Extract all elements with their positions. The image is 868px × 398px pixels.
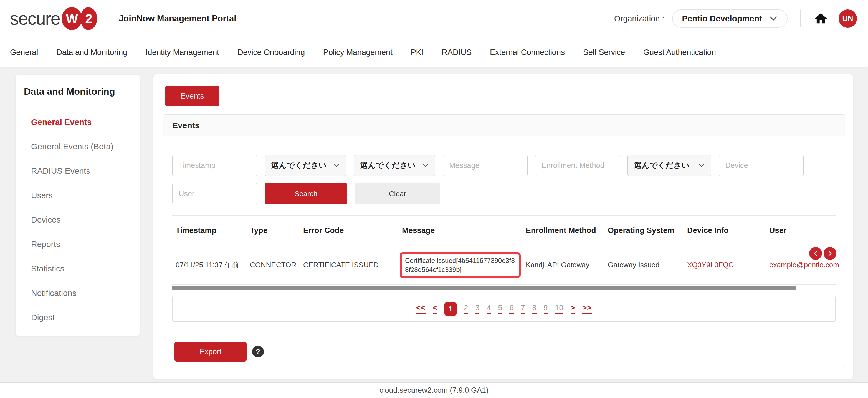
cell-message: Certificate issued[4b5411677390e3f88f28d…	[399, 252, 522, 278]
search-button[interactable]: Search	[265, 183, 347, 204]
pagination-next[interactable]: >	[570, 304, 575, 314]
nav-item-general[interactable]: General	[10, 48, 38, 57]
cell-error-code: CERTIFICATE ISSUED	[300, 261, 399, 269]
nav-item-self-service[interactable]: Self Service	[583, 48, 625, 57]
nav-item-radius[interactable]: RADIUS	[442, 48, 472, 57]
user-filter-input[interactable]	[172, 183, 257, 204]
logo-wordmark: secure	[10, 10, 60, 28]
message-highlight-box: Certificate issued[4b5411677390e3f88f28d…	[400, 252, 521, 278]
table-row: 07/11/25 11:37 午前CONNECTORCERTIFICATE IS…	[172, 245, 836, 285]
device-info-link[interactable]: XQ3Y9L0FQG	[687, 261, 762, 269]
enrollment-method-filter-input[interactable]	[535, 155, 620, 176]
events-panel-title: Events	[172, 121, 199, 130]
chevron-down-icon	[422, 163, 429, 167]
export-row: Export ?	[172, 342, 836, 362]
column-header-message: Message	[399, 226, 522, 235]
pagination-prev[interactable]: <	[433, 304, 437, 314]
chevron-down-icon	[333, 163, 340, 167]
events-table: TimestampTypeError CodeMessageEnrollment…	[172, 215, 836, 285]
table-scroll-buttons	[809, 247, 836, 260]
sidebar-separator	[24, 106, 131, 106]
cell-timestamp: 07/11/25 11:37 午前	[172, 260, 247, 270]
nav-item-policy-management[interactable]: Policy Management	[323, 48, 393, 57]
avatar[interactable]: UN	[839, 9, 857, 28]
organization-label: Organization :	[614, 14, 664, 23]
table-body: 07/11/25 11:37 午前CONNECTORCERTIFICATE IS…	[172, 245, 836, 285]
table-header-row: TimestampTypeError CodeMessageEnrollment…	[172, 216, 836, 245]
sidebar-item-digest[interactable]: Digest	[16, 305, 140, 330]
column-header-device-info: Device Info	[684, 226, 766, 235]
nav-item-guest-authentication[interactable]: Guest Authentication	[643, 48, 716, 57]
pagination-page-7[interactable]: 7	[521, 304, 525, 314]
pagination-page-4[interactable]: 4	[487, 304, 491, 314]
pagination: <<<12345678910>>>	[172, 296, 836, 322]
events-tab-button[interactable]: Events	[165, 86, 219, 106]
message-filter-input[interactable]	[443, 155, 528, 176]
message-text: Certificate issued[4b5411677390e3f88f28d…	[405, 256, 516, 274]
portal-title: JoinNow Management Portal	[119, 13, 236, 24]
chevron-down-icon	[769, 16, 778, 21]
operating-system-filter-select[interactable]: 選んでください	[627, 155, 711, 176]
column-header-timestamp: Timestamp	[172, 226, 247, 235]
pagination-first[interactable]: <<	[416, 304, 426, 314]
clear-button[interactable]: Clear	[355, 183, 440, 204]
content-area: Data and Monitoring General EventsGenera…	[0, 67, 868, 382]
os-select-value: 選んでください	[634, 160, 689, 171]
export-button[interactable]: Export	[175, 342, 247, 362]
scroll-right-button[interactable]	[824, 247, 836, 260]
help-icon[interactable]: ?	[252, 346, 264, 358]
cell-enrollment-method: Kandji API Gateway	[522, 261, 604, 269]
organization-select[interactable]: Pentio Development	[672, 9, 787, 28]
pagination-page-8[interactable]: 8	[532, 304, 536, 314]
header-divider	[107, 10, 108, 27]
horizontal-scrollbar-track	[172, 286, 836, 290]
sidebar-item-devices[interactable]: Devices	[16, 208, 140, 232]
nav-item-data-and-monitoring[interactable]: Data and Monitoring	[56, 48, 127, 57]
cell-device-info: XQ3Y9L0FQG	[684, 261, 766, 269]
nav-item-pki[interactable]: PKI	[410, 48, 423, 57]
pagination-last[interactable]: >>	[582, 304, 592, 314]
events-panel-header: Events	[163, 115, 845, 136]
pagination-page-10[interactable]: 10	[555, 304, 563, 314]
pagination-page-6[interactable]: 6	[509, 304, 514, 314]
type-filter-select[interactable]: 選んでください	[265, 155, 346, 176]
chevron-left-icon	[813, 250, 818, 257]
sidebar-item-statistics[interactable]: Statistics	[16, 256, 140, 281]
main-card: Events Events 選んでください 選んでください	[153, 74, 853, 379]
pagination-page-3[interactable]: 3	[475, 304, 479, 314]
header-divider	[800, 10, 801, 28]
securew2-logo[interactable]: secure W 2	[10, 7, 97, 30]
timestamp-filter-input[interactable]	[172, 155, 257, 176]
device-filter-input[interactable]	[719, 155, 804, 176]
column-header-operating-system: Operating System	[604, 226, 684, 235]
filters-row-1: 選んでください 選んでください 選んでください	[172, 155, 836, 176]
filters-row-2: Search Clear	[172, 183, 836, 204]
scroll-left-button[interactable]	[809, 247, 822, 260]
sidebar-item-notifications[interactable]: Notifications	[16, 281, 140, 305]
user-email-link[interactable]: example@pentio.com	[769, 261, 831, 269]
pagination-page-2[interactable]: 2	[464, 304, 468, 314]
column-header-error-code: Error Code	[300, 226, 399, 235]
pagination-page-9[interactable]: 9	[544, 304, 548, 314]
nav-item-identity-management[interactable]: Identity Management	[146, 48, 219, 57]
sidebar-title: Data and Monitoring	[16, 86, 140, 97]
footer: cloud.securew2.com (7.9.0.GA1)	[0, 382, 868, 398]
error-code-filter-select[interactable]: 選んでください	[354, 155, 435, 176]
sidebar-item-radius-events[interactable]: RADIUS Events	[16, 159, 140, 183]
pagination-page-1[interactable]: 1	[444, 302, 457, 316]
error-code-select-value: 選んでください	[360, 160, 415, 171]
nav-item-device-onboarding[interactable]: Device Onboarding	[238, 48, 305, 57]
horizontal-scrollbar-thumb[interactable]	[172, 286, 797, 290]
logo-badge-w: W	[62, 7, 82, 30]
pagination-page-5[interactable]: 5	[498, 304, 502, 314]
cell-operating-system: Gateway Issued	[604, 261, 684, 269]
sidebar-item-general-events-beta[interactable]: General Events (Beta)	[16, 134, 140, 159]
sidebar-items: General EventsGeneral Events (Beta)RADIU…	[16, 110, 140, 330]
sidebar-item-users[interactable]: Users	[16, 183, 140, 208]
sidebar-item-reports[interactable]: Reports	[16, 232, 140, 256]
app-header: secure W 2 JoinNow Management Portal Org…	[0, 0, 868, 67]
home-icon[interactable]	[813, 11, 829, 26]
sidebar-item-general-events[interactable]: General Events	[16, 110, 140, 134]
nav-item-external-connections[interactable]: External Connections	[490, 48, 565, 57]
organization-value: Pentio Development	[682, 14, 762, 23]
